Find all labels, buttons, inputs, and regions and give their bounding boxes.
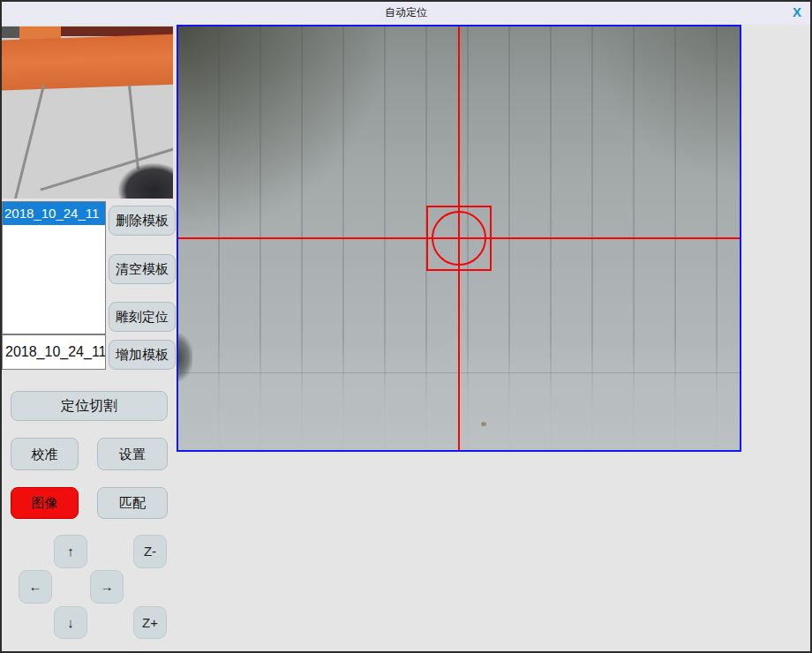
template-name-input[interactable]: 2018_10_24_11: [2, 334, 106, 370]
template-thumbnail[interactable]: [2, 26, 173, 199]
match-button[interactable]: 匹配: [97, 487, 168, 519]
position-cut-button[interactable]: 定位切割: [11, 391, 168, 421]
jog-z-minus-button[interactable]: Z-: [133, 535, 167, 568]
jog-down-button[interactable]: ↓: [54, 606, 87, 639]
image-button[interactable]: 图像: [11, 487, 79, 519]
close-icon[interactable]: X: [788, 4, 806, 21]
delete-template-button[interactable]: 删除模板: [109, 206, 176, 236]
match-region-circle: [432, 211, 486, 266]
camera-view[interactable]: [177, 25, 741, 452]
engrave-position-button[interactable]: 雕刻定位: [109, 302, 176, 332]
thumbnail-tile-line: [11, 85, 45, 199]
jog-z-plus-button[interactable]: Z+: [133, 606, 167, 639]
jog-right-button[interactable]: →: [90, 570, 124, 604]
title-bar: 自动定位: [0, 0, 812, 25]
settings-button[interactable]: 设置: [97, 438, 168, 470]
camera-speck: [481, 422, 486, 426]
thumbnail-dark-blob: [118, 163, 173, 199]
jog-left-button[interactable]: ←: [19, 570, 52, 604]
add-template-button[interactable]: 增加模板: [109, 340, 176, 370]
auto-positioning-dialog: 自动定位 X 2018_10_24_11 2018_10_24_11 删除模板 …: [0, 0, 812, 653]
jog-up-button[interactable]: ↑: [54, 535, 87, 568]
dialog-title: 自动定位: [0, 0, 812, 25]
template-list-item-selected[interactable]: 2018_10_24_11: [3, 202, 105, 225]
clear-templates-button[interactable]: 清空模板: [109, 254, 176, 284]
camera-dark-blob: [177, 334, 192, 381]
thumbnail-orange-beam: [2, 34, 173, 90]
calibrate-button[interactable]: 校准: [11, 438, 79, 470]
thumbnail-tile-line: [128, 85, 139, 169]
template-list[interactable]: 2018_10_24_11: [2, 201, 106, 334]
